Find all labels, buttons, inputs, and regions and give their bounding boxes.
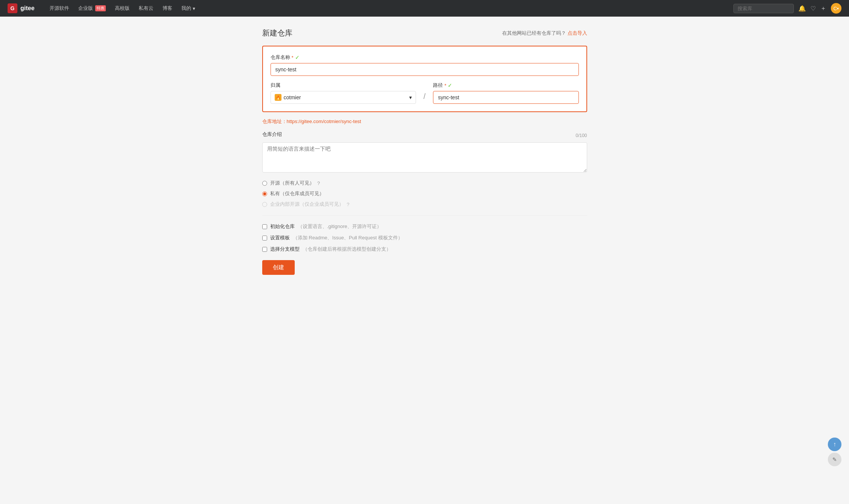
gitee-logo-icon: G bbox=[8, 3, 17, 13]
checkbox-branch-model[interactable]: 选择分支模型 （仓库创建后将根据所选模型创建分支） bbox=[262, 246, 587, 253]
logo-text: gitee bbox=[20, 5, 34, 12]
header: G gitee 开源软件 企业版 特惠 高校版 私有云 博客 我的 ▾ 🔔 ♡ … bbox=[0, 0, 849, 17]
nav-enterprise[interactable]: 企业版 特惠 bbox=[74, 3, 110, 13]
float-feedback-btn[interactable]: ✎ bbox=[828, 453, 841, 466]
path-check-icon: ✓ bbox=[448, 82, 452, 88]
float-buttons: ↑ ✎ bbox=[828, 438, 841, 466]
path-input[interactable] bbox=[433, 91, 578, 104]
repo-name-card: 仓库名称 * ✓ 归属 🔥 cotmier bbox=[262, 46, 587, 112]
path-label: 路径 * ✓ bbox=[433, 82, 578, 89]
enterprise-badge: 特惠 bbox=[95, 5, 106, 11]
logo[interactable]: G gitee bbox=[8, 3, 34, 13]
header-nav: 开源软件 企业版 特惠 高校版 私有云 博客 我的 ▾ bbox=[46, 3, 733, 13]
bookmark-icon[interactable]: ♡ bbox=[810, 5, 816, 12]
main-content: 新建仓库 在其他网站已经有仓库了吗？ 点击导入 仓库名称 * ✓ bbox=[0, 17, 849, 504]
import-link-area: 在其他网站已经有仓库了吗？ 点击导入 bbox=[502, 30, 587, 37]
header-right: 🔔 ♡ ＋ C ▾ bbox=[733, 3, 841, 14]
desc-label: 仓库介绍 bbox=[262, 131, 282, 138]
visibility-group: 开源（所有人可见） ? 私有（仅仓库成员可见） 企业内部开源（仅企业成员可见） … bbox=[262, 180, 587, 208]
select-chevron-icon: ▾ bbox=[409, 94, 412, 100]
create-button[interactable]: 创建 bbox=[262, 260, 295, 275]
divider bbox=[262, 215, 587, 216]
repo-name-input[interactable] bbox=[271, 63, 579, 76]
radio-public-input[interactable] bbox=[262, 181, 267, 186]
repo-name-label: 仓库名称 * ✓ bbox=[271, 54, 579, 61]
desc-textarea[interactable] bbox=[262, 142, 587, 173]
name-check-icon: ✓ bbox=[295, 54, 300, 60]
nav-mine[interactable]: 我的 ▾ bbox=[178, 3, 199, 13]
search-input[interactable] bbox=[733, 4, 794, 13]
checkbox-init-input[interactable] bbox=[262, 224, 267, 229]
owner-avatar: 🔥 bbox=[275, 94, 281, 101]
help-icon: ? bbox=[317, 180, 320, 186]
help-icon-enterprise: ? bbox=[347, 202, 349, 207]
checkbox-init[interactable]: 初始化仓库 （设置语言、.gitignore、开源许可证） bbox=[262, 223, 587, 230]
plus-icon[interactable]: ＋ bbox=[820, 5, 826, 12]
owner-select[interactable]: 🔥 cotmier ▾ bbox=[271, 91, 416, 104]
checkbox-template-input[interactable] bbox=[262, 236, 267, 240]
nav-private-cloud[interactable]: 私有云 bbox=[135, 3, 157, 13]
radio-public[interactable]: 开源（所有人可见） ? bbox=[262, 180, 587, 186]
nav-blog[interactable]: 博客 bbox=[159, 3, 176, 13]
repo-name-group: 仓库名称 * ✓ bbox=[271, 54, 579, 76]
nav-opensource[interactable]: 开源软件 bbox=[46, 3, 73, 13]
owner-path-row: 归属 🔥 cotmier ▾ / 路径 bbox=[271, 82, 579, 104]
radio-private[interactable]: 私有（仅仓库成员可见） bbox=[262, 190, 587, 197]
create-repo-form: 仓库名称 * ✓ 归属 🔥 cotmier bbox=[262, 46, 587, 275]
import-link[interactable]: 点击导入 bbox=[568, 30, 587, 36]
owner-label: 归属 bbox=[271, 82, 416, 89]
page-title: 新建仓库 bbox=[262, 28, 292, 38]
chevron-down-icon: ▾ bbox=[193, 6, 195, 11]
nav-university[interactable]: 高校版 bbox=[111, 3, 133, 13]
radio-enterprise-input[interactable] bbox=[262, 202, 267, 207]
avatar[interactable]: C ▾ bbox=[831, 3, 841, 14]
owner-col: 归属 🔥 cotmier ▾ bbox=[271, 82, 416, 104]
required-star: * bbox=[292, 55, 294, 60]
bell-icon[interactable]: 🔔 bbox=[798, 5, 806, 12]
slash-divider: / bbox=[424, 92, 426, 104]
desc-section: 仓库介绍 0/100 bbox=[262, 131, 587, 174]
radio-private-input[interactable] bbox=[262, 191, 267, 196]
desc-counter: 0/100 bbox=[575, 133, 587, 138]
checkbox-template[interactable]: 设置模板 （添加 Readme、Issue、Pull Request 模板文件） bbox=[262, 234, 587, 241]
float-top-btn[interactable]: ↑ bbox=[828, 438, 841, 451]
page-container: 新建仓库 在其他网站已经有仓库了吗？ 点击导入 仓库名称 * ✓ bbox=[255, 17, 595, 286]
checkbox-group: 初始化仓库 （设置语言、.gitignore、开源许可证） 设置模板 （添加 R… bbox=[262, 223, 587, 253]
radio-enterprise[interactable]: 企业内部开源（仅企业成员可见） ? bbox=[262, 201, 587, 208]
path-required-star: * bbox=[444, 83, 446, 88]
path-col: 路径 * ✓ bbox=[433, 82, 578, 104]
chevron-down-icon: ▾ bbox=[837, 6, 839, 11]
checkbox-branch-model-input[interactable] bbox=[262, 247, 267, 252]
page-header: 新建仓库 在其他网站已经有仓库了吗？ 点击导入 bbox=[262, 28, 587, 38]
repo-url: 仓库地址：https://gitee.com/cotmier/sync-test bbox=[262, 118, 587, 125]
